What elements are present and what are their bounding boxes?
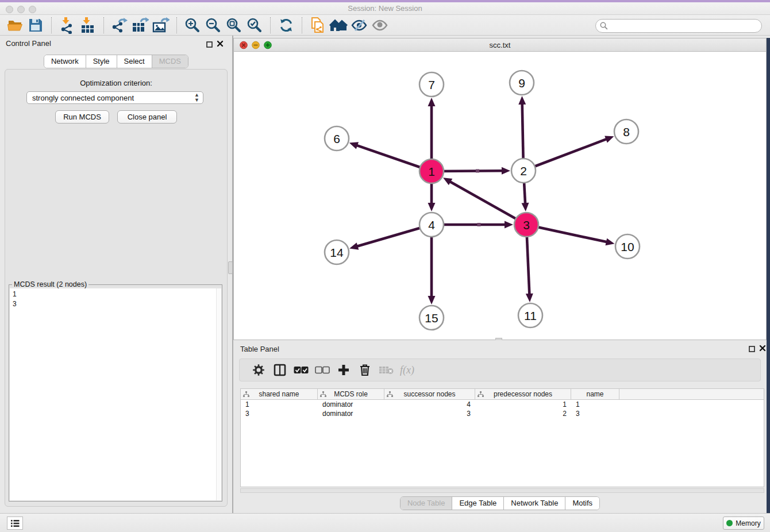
refresh-icon[interactable] xyxy=(276,16,297,34)
edge-2-8[interactable] xyxy=(523,138,607,171)
dropdown-stepper-icon: ▲▼ xyxy=(194,92,199,103)
memory-button[interactable]: Memory xyxy=(723,516,764,530)
search-input[interactable] xyxy=(595,19,762,33)
memory-label: Memory xyxy=(736,519,760,527)
network-canvas[interactable]: 7968124314101511 xyxy=(234,52,766,340)
tab-network-table[interactable]: Network Table xyxy=(503,497,565,510)
desktop-background-strip-right xyxy=(767,38,770,532)
graph-node-label: 14 xyxy=(330,246,344,259)
table-hscrollbar[interactable] xyxy=(240,488,764,493)
network-frame-title: scc.txt xyxy=(234,41,766,49)
edge-handle[interactable] xyxy=(478,223,481,226)
run-mcds-button[interactable]: Run MCDS xyxy=(55,110,109,124)
edge-arrowhead xyxy=(428,296,436,304)
export-image-icon[interactable] xyxy=(151,16,171,34)
deselect-all-rows-icon[interactable] xyxy=(311,361,333,379)
export-network-icon[interactable] xyxy=(109,16,130,34)
node-table-body: 1dominator4113dominator323 xyxy=(241,400,764,418)
table-cell[interactable]: dominator xyxy=(318,409,384,418)
tab-mcds[interactable]: MCDS xyxy=(152,55,188,68)
app-titlebar: Session: New Session xyxy=(0,2,770,15)
zoom-in-icon[interactable] xyxy=(182,16,203,34)
memory-status-icon xyxy=(726,520,733,526)
graph-node-label: 9 xyxy=(518,76,525,90)
copy-network-view-icon[interactable] xyxy=(307,16,328,34)
tab-network[interactable]: Network xyxy=(44,55,86,68)
zoom-selected-icon[interactable] xyxy=(244,16,265,34)
status-bar: Memory xyxy=(0,513,770,532)
close-panel-icon[interactable] xyxy=(217,39,224,49)
split-view-icon[interactable] xyxy=(269,361,290,379)
select-all-rows-icon[interactable] xyxy=(290,361,311,379)
task-history-button[interactable] xyxy=(7,516,23,530)
tab-select[interactable]: Select xyxy=(117,55,152,68)
home-icon[interactable] xyxy=(328,16,349,34)
float-panel-icon[interactable] xyxy=(206,40,213,50)
column-header-MCDS-role[interactable]: MCDS role xyxy=(318,389,384,399)
tab-node-table[interactable]: Node Table xyxy=(401,497,452,510)
optimization-criterion-label: Optimization criterion: xyxy=(5,79,227,87)
zoom-fit-icon[interactable] xyxy=(224,16,244,34)
network-frame-titlebar[interactable]: scc.txt xyxy=(234,38,766,52)
open-folder-icon[interactable] xyxy=(5,16,25,34)
import-network-icon[interactable] xyxy=(57,16,78,34)
delete-column-trash-icon[interactable] xyxy=(354,361,375,379)
mcds-result-area[interactable]: 1 3 xyxy=(10,288,221,500)
table-cell[interactable]: 1 xyxy=(475,400,571,409)
table-cell[interactable]: 4 xyxy=(384,400,475,409)
tab-edge-table[interactable]: Edge Table xyxy=(452,497,503,510)
table-cell[interactable]: dominator xyxy=(318,400,384,409)
edge-arrowhead xyxy=(349,142,359,149)
table-cell[interactable]: 3 xyxy=(241,409,318,418)
graph-node-label: 4 xyxy=(428,218,435,232)
graph-node-label: 3 xyxy=(523,218,530,232)
table-panel: Table Panel xyxy=(233,340,767,513)
edge-arrowhead xyxy=(505,221,513,229)
function-builder-icon[interactable]: f(x) xyxy=(396,361,418,379)
table-toolbar: f(x) xyxy=(239,358,761,381)
table-settings-gear-icon[interactable] xyxy=(248,361,269,379)
table-cell[interactable]: 1 xyxy=(571,400,619,409)
result-scrollbar[interactable] xyxy=(216,288,221,500)
edge-3-1[interactable] xyxy=(449,181,526,225)
table-row[interactable]: 1dominator411 xyxy=(241,400,764,409)
table-cell[interactable]: 3 xyxy=(384,409,475,418)
export-table-icon[interactable] xyxy=(130,16,151,34)
float-table-panel-icon[interactable] xyxy=(749,344,755,354)
criterion-dropdown[interactable]: strongly connected component ▲▼ xyxy=(26,91,203,104)
delete-table-icon[interactable] xyxy=(375,361,396,379)
close-table-panel-icon[interactable] xyxy=(759,344,766,354)
column-header-shared-name[interactable]: shared name xyxy=(241,389,318,399)
column-header-predecessor-nodes[interactable]: predecessor nodes xyxy=(475,389,571,399)
column-header-name[interactable]: name xyxy=(571,389,619,399)
mcds-panel: Optimization criterion: strongly connect… xyxy=(5,69,228,507)
import-table-icon[interactable] xyxy=(78,16,98,34)
table-cell[interactable]: 2 xyxy=(475,409,571,418)
control-panel-title: Control Panel xyxy=(6,39,51,48)
criterion-value: strongly connected component xyxy=(32,94,134,102)
vertical-splitter-grip[interactable] xyxy=(228,261,233,274)
table-cell[interactable]: 1 xyxy=(241,400,318,409)
table-panel-header: Table Panel xyxy=(233,340,767,356)
close-panel-button[interactable]: Close panel xyxy=(117,110,177,124)
toolbar-separator xyxy=(302,17,302,33)
tab-style[interactable]: Style xyxy=(86,55,117,68)
fx-label: f(x) xyxy=(400,364,414,376)
edge-handle[interactable] xyxy=(476,169,479,173)
edge-arrowhead xyxy=(521,203,529,211)
show-panel-eye-icon[interactable] xyxy=(369,16,390,34)
add-column-icon[interactable] xyxy=(333,361,354,379)
graph-node-label: 6 xyxy=(333,132,340,145)
column-header-successor-nodes[interactable]: successor nodes xyxy=(384,389,475,399)
edge-arrowhead xyxy=(605,136,614,142)
graph-node-label: 8 xyxy=(623,125,630,138)
toolbar-separator xyxy=(176,17,177,33)
graph-node-label: 11 xyxy=(524,309,537,322)
toolbar-separator xyxy=(51,17,52,33)
tab-motifs[interactable]: Motifs xyxy=(565,497,599,510)
hide-panel-eye-slash-icon[interactable] xyxy=(349,16,369,34)
table-cell[interactable]: 3 xyxy=(571,409,619,418)
save-icon[interactable] xyxy=(25,16,46,34)
table-row[interactable]: 3dominator323 xyxy=(241,409,764,418)
zoom-out-icon[interactable] xyxy=(203,16,224,34)
